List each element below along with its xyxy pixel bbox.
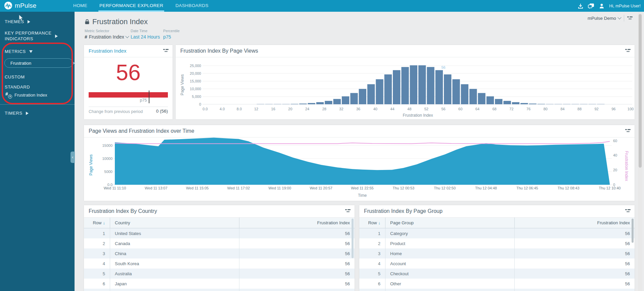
table-scrollbar[interactable] bbox=[352, 219, 354, 258]
histogram-bar[interactable] bbox=[350, 93, 358, 104]
search-input[interactable] bbox=[10, 60, 70, 66]
user-icon[interactable] bbox=[599, 3, 605, 9]
card-options-icon[interactable] bbox=[625, 209, 631, 213]
histogram-bar[interactable] bbox=[384, 74, 392, 104]
x-tick-label: Thu 12 04:48 bbox=[475, 186, 497, 190]
table-row[interactable]: 2Product56 bbox=[359, 238, 635, 248]
sidebar-item-timers[interactable]: TIMERS bbox=[5, 111, 29, 116]
table-row[interactable]: 5Checkout56 bbox=[359, 269, 635, 279]
histogram-bar[interactable] bbox=[393, 70, 400, 104]
table-row[interactable]: 7Hong Kong SAR56 bbox=[84, 289, 355, 291]
user-greeting[interactable]: Hi, mPulse User! bbox=[609, 4, 641, 8]
tab-dashboards[interactable]: DASHBOARDS bbox=[174, 0, 210, 12]
table-row[interactable]: 4Account56 bbox=[359, 258, 635, 269]
histogram-bar[interactable] bbox=[478, 93, 485, 104]
row-index-cell: 7 bbox=[84, 289, 110, 291]
histogram-bar[interactable] bbox=[571, 104, 579, 104]
table-row[interactable]: 6Other56 bbox=[359, 279, 635, 289]
mpulse-logo[interactable]: mPulse bbox=[4, 1, 37, 10]
histogram-bar[interactable] bbox=[333, 99, 341, 104]
datetime-value[interactable]: Last 24 Hours bbox=[131, 34, 160, 40]
histogram-bar[interactable] bbox=[418, 65, 426, 104]
histogram-bar[interactable] bbox=[563, 104, 570, 104]
histogram-bar[interactable] bbox=[461, 84, 468, 104]
column-header-country[interactable]: Country bbox=[110, 218, 239, 228]
sidebar-item-themes[interactable]: THEMES bbox=[5, 19, 30, 24]
histogram-bar[interactable] bbox=[554, 104, 562, 104]
histogram-bar[interactable] bbox=[367, 84, 375, 104]
column-header-frustration-index[interactable]: Frustration Index bbox=[239, 220, 355, 225]
dashboard-options-icon[interactable] bbox=[627, 16, 633, 20]
table-row[interactable]: 3China56 bbox=[84, 248, 355, 258]
histogram-bar[interactable] bbox=[316, 102, 324, 104]
histogram-bar[interactable] bbox=[546, 104, 553, 104]
histogram-bar[interactable] bbox=[410, 65, 417, 104]
column-header-page-group[interactable]: Page Group bbox=[385, 218, 515, 228]
sidebar-item-metrics[interactable]: METRICS bbox=[5, 49, 33, 54]
histogram-bar[interactable] bbox=[282, 104, 290, 104]
column-header-frustration-index[interactable]: Frustration Index bbox=[515, 220, 635, 225]
histogram-bar[interactable] bbox=[299, 104, 307, 104]
histogram-bar[interactable] bbox=[427, 67, 434, 104]
histogram-bar[interactable] bbox=[308, 103, 315, 104]
metric-selector-value[interactable]: # Frustration Index bbox=[85, 34, 129, 40]
row-index-cell: 5 bbox=[84, 269, 110, 279]
table-row[interactable]: 5Australia56 bbox=[84, 269, 355, 279]
table-scrollbar[interactable] bbox=[632, 219, 634, 243]
percentile-value[interactable]: p75 bbox=[163, 34, 180, 40]
histogram-bar[interactable] bbox=[342, 96, 349, 104]
sidebar-item-frustration-index[interactable]: #9 Frustration Index bbox=[5, 92, 47, 98]
card-options-icon[interactable] bbox=[345, 209, 351, 213]
sidebar-collapse-handle[interactable]: ‹ bbox=[71, 152, 75, 163]
histogram-bar[interactable] bbox=[452, 79, 460, 104]
download-icon[interactable] bbox=[578, 3, 584, 9]
histogram-bar[interactable] bbox=[487, 96, 494, 104]
table-row[interactable]: 6Japan56 bbox=[84, 279, 355, 289]
table-row[interactable]: 2Canada56 bbox=[84, 238, 355, 248]
chat-icon[interactable] bbox=[588, 3, 594, 9]
page-scrollbar-thumb[interactable] bbox=[639, 14, 642, 168]
table-row[interactable]: 1Category56 bbox=[359, 228, 635, 238]
card-title[interactable]: Frustration Index bbox=[89, 48, 127, 54]
name-cell: Hong Kong SAR bbox=[110, 289, 239, 291]
histogram-bar[interactable] bbox=[444, 74, 451, 104]
column-header-row[interactable]: Row↓ bbox=[84, 218, 110, 228]
tab-home[interactable]: HOME bbox=[72, 0, 88, 12]
table-row[interactable]: 4South Korea56 bbox=[84, 258, 355, 269]
card-options-icon[interactable] bbox=[625, 49, 631, 53]
histogram-bar[interactable] bbox=[291, 104, 298, 104]
histogram-bar[interactable] bbox=[376, 79, 383, 104]
histogram-chart[interactable]: 05,00010,00015,00020,00025,0000.04.08.01… bbox=[176, 57, 635, 119]
histogram-bar[interactable] bbox=[325, 101, 332, 104]
table-row[interactable]: All56 bbox=[359, 289, 635, 291]
sidebar-item-kpi[interactable]: KEY PERFORMANCE INDICATORS bbox=[5, 31, 58, 42]
histogram-bar[interactable] bbox=[359, 89, 366, 104]
histogram-bar[interactable] bbox=[529, 104, 536, 104]
histogram-bar[interactable] bbox=[503, 101, 511, 104]
histogram-bar[interactable] bbox=[495, 99, 502, 104]
histogram-bar[interactable] bbox=[257, 104, 264, 104]
sidebar-group-standard[interactable]: STANDARD bbox=[5, 84, 30, 90]
column-header-row[interactable]: Row↓ bbox=[359, 218, 385, 228]
histogram-bar[interactable] bbox=[580, 104, 587, 104]
histogram-bar[interactable] bbox=[512, 102, 519, 104]
tab-performance-explorer[interactable]: PERFORMANCE EXPLORER bbox=[98, 0, 164, 12]
histogram-bar[interactable] bbox=[589, 104, 596, 104]
histogram-bar[interactable] bbox=[597, 104, 604, 104]
histogram-bar[interactable] bbox=[520, 103, 528, 104]
table-row[interactable]: 3Home56 bbox=[359, 248, 635, 258]
card-options-icon[interactable] bbox=[625, 129, 631, 133]
page-views-area-series[interactable] bbox=[115, 138, 610, 185]
clear-search-icon[interactable]: ✕ bbox=[72, 61, 76, 66]
timeseries-chart[interactable]: 0.0500010000150000204060Wed 11 11:10Wed … bbox=[84, 137, 635, 201]
tenant-dropdown[interactable]: mPulse Demo bbox=[588, 16, 621, 21]
histogram-bar[interactable] bbox=[435, 70, 443, 104]
histogram-bar[interactable] bbox=[469, 89, 477, 104]
histogram-bar[interactable] bbox=[538, 104, 545, 104]
histogram-bar[interactable] bbox=[401, 67, 409, 104]
histogram-bar[interactable] bbox=[274, 104, 281, 104]
table-row[interactable]: 1United States56 bbox=[84, 228, 355, 238]
card-options-icon[interactable] bbox=[163, 49, 169, 53]
sidebar-group-custom[interactable]: CUSTOM bbox=[5, 74, 25, 79]
histogram-bar[interactable] bbox=[265, 104, 273, 104]
